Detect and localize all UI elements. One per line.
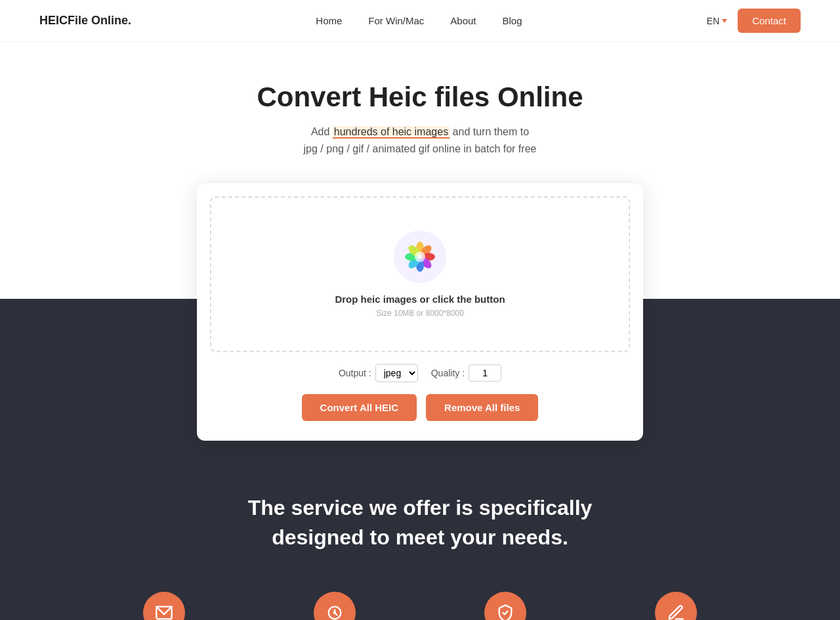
svg-point-13 (334, 612, 335, 613)
hero-line1-prefix: Add (311, 126, 333, 137)
drop-zone-sublabel: Size 10MB or 8000*8000 (224, 309, 616, 318)
nav-menu: Home For Win/Mac About Blog (316, 15, 522, 27)
shield-icon (496, 604, 514, 620)
features-section: The service we offer is specifically des… (0, 441, 840, 620)
drop-zone[interactable]: Drop heic images or click the button Siz… (210, 196, 630, 352)
hero-title: Convert Heic files Online (13, 81, 827, 113)
email-icon (155, 604, 173, 620)
hero-section: Convert Heic files Online Add hundreds o… (0, 42, 840, 157)
batch-icon (326, 604, 344, 620)
logo: HEICFile Online. (39, 14, 131, 28)
quality-label: Quality : (431, 368, 465, 378)
edit-icon (667, 604, 685, 620)
nav-home[interactable]: Home (316, 15, 342, 26)
quality-option: Quality : (431, 365, 501, 382)
heic-flower-icon (394, 231, 446, 283)
nav-blog[interactable]: Blog (503, 15, 522, 26)
output-select[interactable]: jpeg png gif (375, 364, 418, 382)
batch-icon-circle (314, 592, 356, 620)
drop-zone-label: Drop heic images or click the button (224, 294, 616, 305)
privacy-icon-circle (484, 592, 526, 620)
navbar-right: EN Contact (707, 9, 801, 33)
svg-point-8 (415, 252, 425, 262)
nav-winmac[interactable]: For Win/Mac (368, 15, 424, 26)
converter-section: Drop heic images or click the button Siz… (0, 157, 840, 441)
remove-all-button[interactable]: Remove All files (426, 394, 538, 421)
output-option: Output : jpeg png gif (339, 364, 418, 382)
features-grid: 24/7 Support Contact us by sending an em… (39, 592, 801, 620)
language-label: EN (707, 16, 719, 26)
chevron-down-icon (722, 19, 727, 23)
contact-button[interactable]: Contact (738, 9, 801, 33)
nav-about[interactable]: About (450, 15, 476, 26)
support-icon-circle (143, 592, 185, 620)
hero-subtitle: Add hundreds of heic images and turn the… (13, 123, 827, 157)
feature-easy: So Easy for Conversion Export your all o… (604, 592, 748, 620)
converter-card: Drop heic images or click the button Siz… (197, 183, 643, 441)
output-label: Output : (339, 368, 371, 378)
easy-icon-circle (655, 592, 697, 620)
hero-highlight: hundreds of heic images (333, 126, 450, 139)
convert-all-button[interactable]: Convert All HEIC (302, 394, 417, 421)
navbar: HEICFile Online. Home For Win/Mac About … (0, 0, 840, 42)
feature-batch: Batch Conversion Heicfile Converter prov… (262, 592, 407, 620)
hero-line2: jpg / png / gif / animated gif online in… (304, 143, 537, 154)
language-selector[interactable]: EN (707, 16, 727, 26)
feature-privacy: Privacy Protected Advanced Js and VUE te… (433, 592, 578, 620)
quality-input[interactable] (469, 365, 501, 382)
converter-actions: Convert All HEIC Remove All files (210, 394, 630, 428)
converter-options: Output : jpeg png gif Quality : (210, 364, 630, 382)
hero-line1-suffix: and turn them to (450, 126, 529, 137)
feature-support: 24/7 Support Contact us by sending an em… (92, 592, 236, 620)
features-heading: The service we offer is specifically des… (236, 493, 604, 552)
